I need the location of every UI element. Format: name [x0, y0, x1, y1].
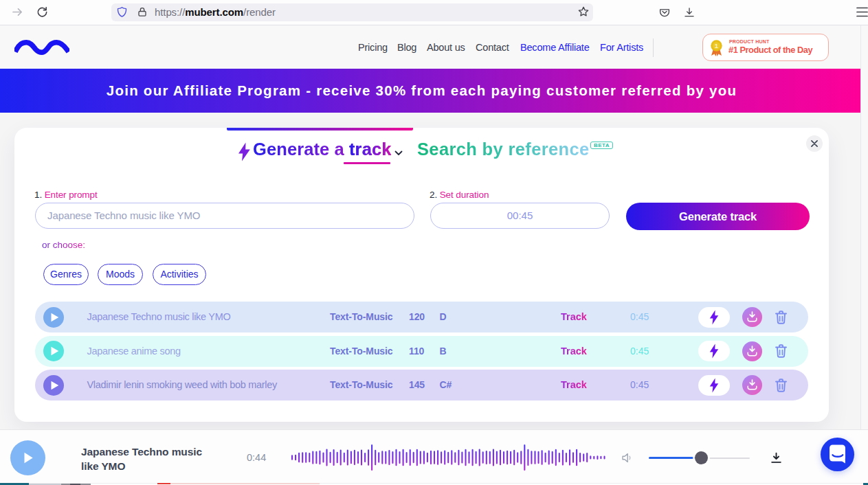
svg-text:1: 1 [715, 42, 719, 49]
